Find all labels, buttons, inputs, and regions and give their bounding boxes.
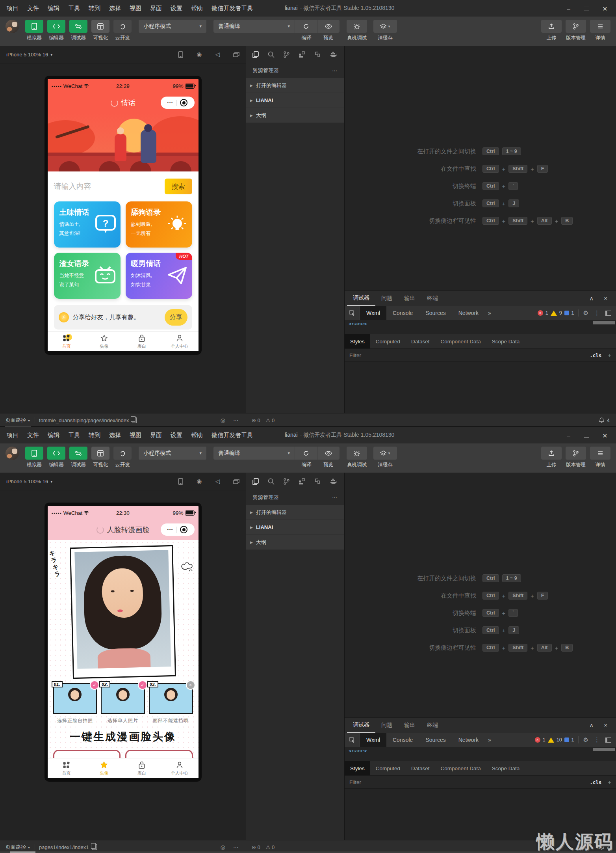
- menu-help[interactable]: 帮助: [187, 5, 207, 12]
- status-errors[interactable]: ⊗ 0: [252, 417, 260, 423]
- mode-select[interactable]: 小程序模式▾: [139, 447, 206, 460]
- menu-wechat-devtools[interactable]: 微信开发者工具: [207, 432, 257, 439]
- upload-button[interactable]: [541, 447, 562, 460]
- share-button[interactable]: 分享: [165, 309, 187, 326]
- devtools-settings-icon[interactable]: ⚙: [583, 309, 588, 317]
- devtools-tab-console[interactable]: Console: [386, 306, 419, 320]
- cloud-dev-button[interactable]: [113, 20, 132, 33]
- tree-open-editors[interactable]: ▶打开的编辑器: [246, 505, 344, 520]
- warning-badge-icon[interactable]: [551, 311, 557, 316]
- devtools-tab-wxml[interactable]: Wxml: [360, 306, 386, 320]
- tree-outline[interactable]: ▶大纲: [246, 108, 344, 123]
- user-avatar[interactable]: [6, 20, 19, 33]
- preview-button[interactable]: [317, 20, 340, 33]
- files-icon[interactable]: [252, 51, 259, 58]
- style-filter-input[interactable]: Filter: [349, 352, 361, 358]
- remote-debug-button[interactable]: [347, 20, 367, 33]
- debugger-toggle-button[interactable]: [69, 447, 87, 460]
- styles-tab[interactable]: Styles: [345, 334, 370, 348]
- add-style-icon[interactable]: +: [608, 352, 611, 359]
- menu-settings[interactable]: 设置: [166, 432, 187, 439]
- menu-wechat-devtools[interactable]: 微信开发者工具: [207, 5, 257, 12]
- panel-tab-debugger[interactable]: 调试器: [347, 718, 375, 733]
- status-warnings[interactable]: ⚠ 0: [266, 844, 275, 850]
- version-control-button[interactable]: [566, 20, 586, 33]
- menu-tools[interactable]: 工具: [64, 432, 84, 439]
- tab-confession[interactable]: 表白: [123, 758, 161, 778]
- panel-tab-output[interactable]: 输出: [398, 718, 421, 733]
- panel-tab-debugger[interactable]: 调试器: [347, 291, 375, 306]
- card-zhanvyulu[interactable]: 渣女语录 当她不经意 说了某句: [54, 253, 121, 299]
- step-no-occlusion[interactable]: 03.× 面部不能遮挡哦: [149, 683, 193, 724]
- menu-edit[interactable]: 编辑: [43, 5, 64, 12]
- menu-view[interactable]: 视图: [125, 5, 146, 12]
- card-tuweiqinghua[interactable]: 土味情话 情话虽土, 其意也深! ?: [54, 201, 121, 248]
- debugger-toggle-button[interactable]: [69, 20, 87, 33]
- close-button[interactable]: ×: [603, 431, 607, 440]
- card-tiangouyulu[interactable]: 舔狗语录 舔到最后, 一无所有: [126, 201, 192, 248]
- chevron-down-icon[interactable]: ▾: [50, 479, 52, 484]
- visualization-button[interactable]: [91, 20, 109, 33]
- tab-home[interactable]: 首页: [48, 332, 85, 351]
- record-icon[interactable]: ◉: [197, 51, 202, 58]
- devtools-tab-network[interactable]: Network: [452, 306, 485, 320]
- status-errors[interactable]: ⊗ 0: [252, 844, 260, 850]
- clear-cache-button[interactable]: ▾: [373, 447, 397, 460]
- tree-project-root[interactable]: ▶LIANAI: [246, 520, 344, 535]
- rotate-device-icon[interactable]: [178, 51, 183, 58]
- menu-interface[interactable]: 界面: [146, 5, 166, 12]
- more-actions-icon[interactable]: ⋯: [332, 495, 338, 501]
- search-button[interactable]: 搜索: [165, 179, 192, 194]
- editor-toggle-button[interactable]: [47, 447, 65, 460]
- menu-settings[interactable]: 设置: [166, 5, 187, 12]
- maximize-button[interactable]: [584, 6, 589, 11]
- panel-tab-problems[interactable]: 问题: [375, 718, 398, 733]
- simulator-toggle-button[interactable]: [25, 447, 43, 460]
- error-badge-icon[interactable]: ×: [535, 737, 540, 743]
- menu-goto[interactable]: 转到: [84, 432, 105, 439]
- tree-project-root[interactable]: ▶LIANAI: [246, 93, 344, 108]
- details-button[interactable]: [590, 20, 610, 33]
- preview-button[interactable]: [317, 447, 340, 460]
- snippet-icon[interactable]: [314, 51, 321, 58]
- styles-tab[interactable]: Styles: [345, 761, 370, 775]
- tab-avatar[interactable]: 头像: [85, 758, 123, 778]
- option-box[interactable]: [125, 750, 193, 758]
- scrollbar-thumb[interactable]: [593, 321, 615, 324]
- inspect-element-icon[interactable]: [345, 306, 360, 320]
- docker-icon[interactable]: [330, 479, 337, 484]
- collapse-panel-icon[interactable]: ∧: [589, 722, 594, 729]
- multi-window-icon[interactable]: [233, 52, 239, 57]
- scope-data-tab[interactable]: Scope Data: [486, 334, 525, 348]
- compile-button[interactable]: [295, 447, 317, 460]
- watch-icon[interactable]: ◎: [221, 417, 225, 423]
- search-input[interactable]: 请输入内容: [54, 181, 165, 192]
- component-data-tab[interactable]: Component Data: [435, 334, 486, 348]
- devtools-tab-sources[interactable]: Sources: [419, 733, 452, 747]
- panel-tab-problems[interactable]: 问题: [375, 291, 398, 306]
- card-nuannanqinghua[interactable]: HOT 暖男情话 如沐清风, 如饮甘泉: [126, 253, 192, 299]
- tree-outline[interactable]: ▶大纲: [246, 535, 344, 550]
- capsule-menu-button[interactable]: •••: [161, 523, 195, 536]
- status-warnings[interactable]: ⚠ 0: [266, 417, 275, 423]
- sound-icon[interactable]: ◁: [215, 478, 220, 485]
- warning-badge-icon[interactable]: [548, 738, 554, 743]
- dock-side-icon[interactable]: [605, 311, 611, 316]
- sound-icon[interactable]: ◁: [215, 51, 220, 58]
- add-style-icon[interactable]: +: [608, 779, 611, 786]
- devtools-settings-icon[interactable]: ⚙: [583, 736, 588, 743]
- minimize-button[interactable]: –: [567, 5, 570, 12]
- step-selfie[interactable]: 01.✓ 选择正脸自拍照: [53, 683, 97, 724]
- more-icon[interactable]: ⋯: [233, 417, 239, 423]
- page-path-select[interactable]: 页面路径▾: [5, 414, 31, 426]
- tree-open-editors[interactable]: ▶打开的编辑器: [246, 78, 344, 93]
- docker-icon[interactable]: [330, 52, 337, 58]
- menu-select[interactable]: 选择: [105, 432, 125, 439]
- menu-project[interactable]: 项目: [2, 5, 23, 12]
- step-single-person[interactable]: 02.✓ 选择单人照片: [101, 683, 145, 724]
- more-tabs-icon[interactable]: »: [488, 737, 491, 743]
- devtools-tab-sources[interactable]: Sources: [419, 306, 452, 320]
- menu-help[interactable]: 帮助: [187, 432, 207, 439]
- more-tabs-icon[interactable]: »: [488, 310, 491, 316]
- menu-file[interactable]: 文件: [23, 432, 43, 439]
